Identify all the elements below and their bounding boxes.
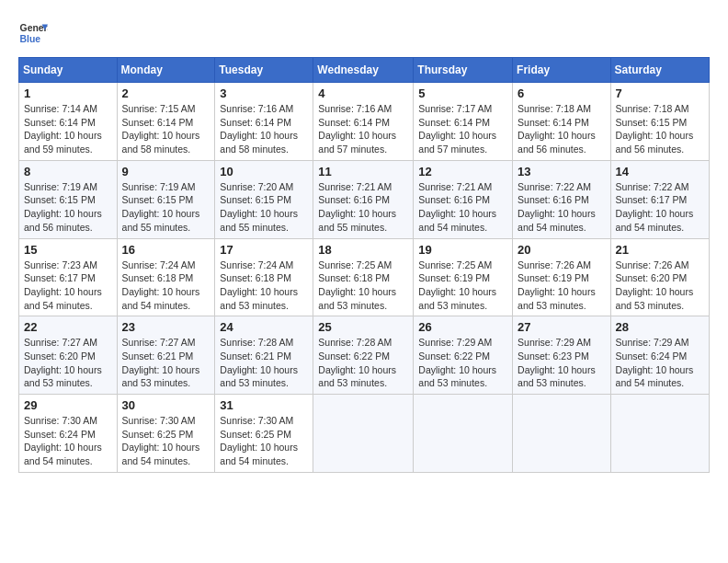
day-info: Sunrise: 7:17 AM Sunset: 6:14 PM Dayligh… [418, 102, 507, 156]
calendar-cell: 24Sunrise: 7:28 AM Sunset: 6:21 PM Dayli… [215, 316, 313, 395]
calendar-cell: 11Sunrise: 7:21 AM Sunset: 6:16 PM Dayli… [313, 160, 414, 238]
day-number: 27 [518, 320, 606, 334]
day-info: Sunrise: 7:30 AM Sunset: 6:25 PM Dayligh… [220, 414, 308, 468]
svg-text:Blue: Blue [20, 34, 41, 44]
day-info: Sunrise: 7:28 AM Sunset: 6:21 PM Dayligh… [220, 336, 308, 390]
day-number: 29 [24, 398, 112, 412]
calendar-cell: 22Sunrise: 7:27 AM Sunset: 6:20 PM Dayli… [19, 316, 118, 395]
day-info: Sunrise: 7:26 AM Sunset: 6:20 PM Dayligh… [616, 259, 704, 313]
day-info: Sunrise: 7:29 AM Sunset: 6:23 PM Dayligh… [518, 336, 606, 390]
day-info: Sunrise: 7:29 AM Sunset: 6:24 PM Dayligh… [616, 336, 704, 390]
day-number: 23 [122, 320, 210, 334]
calendar-cell: 14Sunrise: 7:22 AM Sunset: 6:17 PM Dayli… [610, 160, 709, 238]
day-info: Sunrise: 7:14 AM Sunset: 6:14 PM Dayligh… [24, 102, 112, 156]
day-number: 24 [220, 320, 308, 334]
calendar-cell: 13Sunrise: 7:22 AM Sunset: 6:16 PM Dayli… [513, 160, 611, 238]
calendar-cell: 18Sunrise: 7:25 AM Sunset: 6:18 PM Dayli… [313, 238, 414, 316]
calendar-cell: 23Sunrise: 7:27 AM Sunset: 6:21 PM Dayli… [117, 316, 215, 395]
calendar-day-header: Sunday [19, 58, 118, 83]
logo-icon: General Blue [18, 18, 48, 48]
day-info: Sunrise: 7:30 AM Sunset: 6:25 PM Dayligh… [122, 414, 210, 468]
calendar-table: SundayMondayTuesdayWednesdayThursdayFrid… [18, 57, 710, 473]
calendar-day-header: Friday [513, 58, 611, 83]
day-info: Sunrise: 7:24 AM Sunset: 6:18 PM Dayligh… [220, 259, 308, 313]
calendar-week-row: 8Sunrise: 7:19 AM Sunset: 6:15 PM Daylig… [19, 160, 710, 238]
calendar-cell: 26Sunrise: 7:29 AM Sunset: 6:22 PM Dayli… [414, 316, 513, 395]
calendar-cell: 30Sunrise: 7:30 AM Sunset: 6:25 PM Dayli… [117, 395, 215, 473]
day-number: 31 [220, 398, 308, 412]
calendar-day-header: Wednesday [313, 58, 414, 83]
calendar-cell: 27Sunrise: 7:29 AM Sunset: 6:23 PM Dayli… [513, 316, 611, 395]
day-number: 14 [616, 165, 704, 178]
day-number: 18 [318, 243, 408, 257]
day-info: Sunrise: 7:18 AM Sunset: 6:14 PM Dayligh… [518, 102, 606, 156]
day-number: 7 [616, 86, 704, 100]
day-number: 10 [220, 165, 308, 178]
day-info: Sunrise: 7:22 AM Sunset: 6:16 PM Dayligh… [518, 180, 606, 235]
calendar-day-header: Thursday [414, 58, 513, 83]
day-number: 17 [220, 243, 308, 257]
calendar-cell: 25Sunrise: 7:28 AM Sunset: 6:22 PM Dayli… [313, 316, 414, 395]
day-info: Sunrise: 7:30 AM Sunset: 6:24 PM Dayligh… [24, 414, 112, 468]
calendar-cell: 4Sunrise: 7:16 AM Sunset: 6:14 PM Daylig… [313, 83, 414, 161]
day-number: 16 [122, 243, 210, 257]
day-info: Sunrise: 7:28 AM Sunset: 6:22 PM Dayligh… [318, 336, 408, 390]
day-number: 2 [122, 86, 210, 100]
calendar-cell: 29Sunrise: 7:30 AM Sunset: 6:24 PM Dayli… [19, 395, 118, 473]
calendar-cell: 5Sunrise: 7:17 AM Sunset: 6:14 PM Daylig… [414, 83, 513, 161]
day-info: Sunrise: 7:27 AM Sunset: 6:20 PM Dayligh… [24, 336, 112, 390]
calendar-cell: 8Sunrise: 7:19 AM Sunset: 6:15 PM Daylig… [19, 160, 118, 238]
calendar-cell: 31Sunrise: 7:30 AM Sunset: 6:25 PM Dayli… [215, 395, 313, 473]
calendar-day-header: Monday [117, 58, 215, 83]
day-number: 6 [518, 86, 606, 100]
day-info: Sunrise: 7:16 AM Sunset: 6:14 PM Dayligh… [318, 102, 408, 156]
calendar-cell: 21Sunrise: 7:26 AM Sunset: 6:20 PM Dayli… [610, 238, 709, 316]
day-number: 19 [418, 243, 507, 257]
day-info: Sunrise: 7:25 AM Sunset: 6:18 PM Dayligh… [318, 259, 408, 313]
day-number: 13 [518, 165, 606, 178]
calendar-week-row: 22Sunrise: 7:27 AM Sunset: 6:20 PM Dayli… [19, 316, 710, 395]
day-info: Sunrise: 7:21 AM Sunset: 6:16 PM Dayligh… [318, 180, 408, 235]
calendar-cell: 15Sunrise: 7:23 AM Sunset: 6:17 PM Dayli… [19, 238, 118, 316]
calendar-cell [513, 395, 611, 473]
day-number: 28 [616, 320, 704, 334]
calendar-cell: 12Sunrise: 7:21 AM Sunset: 6:16 PM Dayli… [414, 160, 513, 238]
page-header: General Blue [18, 18, 710, 48]
day-number: 21 [616, 243, 704, 257]
day-info: Sunrise: 7:16 AM Sunset: 6:14 PM Dayligh… [220, 102, 308, 156]
calendar-cell: 3Sunrise: 7:16 AM Sunset: 6:14 PM Daylig… [215, 83, 313, 161]
calendar-cell: 28Sunrise: 7:29 AM Sunset: 6:24 PM Dayli… [610, 316, 709, 395]
day-number: 26 [418, 320, 507, 334]
day-number: 4 [318, 86, 408, 100]
day-number: 22 [24, 320, 112, 334]
day-number: 25 [318, 320, 408, 334]
day-info: Sunrise: 7:20 AM Sunset: 6:15 PM Dayligh… [220, 180, 308, 235]
day-info: Sunrise: 7:21 AM Sunset: 6:16 PM Dayligh… [418, 180, 507, 235]
day-number: 15 [24, 243, 112, 257]
logo: General Blue [18, 18, 48, 48]
day-info: Sunrise: 7:22 AM Sunset: 6:17 PM Dayligh… [616, 180, 704, 235]
day-number: 5 [418, 86, 507, 100]
calendar-cell: 20Sunrise: 7:26 AM Sunset: 6:19 PM Dayli… [513, 238, 611, 316]
day-number: 12 [418, 165, 507, 178]
calendar-cell: 17Sunrise: 7:24 AM Sunset: 6:18 PM Dayli… [215, 238, 313, 316]
calendar-day-header: Tuesday [215, 58, 313, 83]
day-info: Sunrise: 7:23 AM Sunset: 6:17 PM Dayligh… [24, 259, 112, 313]
calendar-day-header: Saturday [610, 58, 709, 83]
calendar-week-row: 29Sunrise: 7:30 AM Sunset: 6:24 PM Dayli… [19, 395, 710, 473]
calendar-cell: 16Sunrise: 7:24 AM Sunset: 6:18 PM Dayli… [117, 238, 215, 316]
day-info: Sunrise: 7:19 AM Sunset: 6:15 PM Dayligh… [122, 180, 210, 235]
day-info: Sunrise: 7:27 AM Sunset: 6:21 PM Dayligh… [122, 336, 210, 390]
day-info: Sunrise: 7:26 AM Sunset: 6:19 PM Dayligh… [518, 259, 606, 313]
calendar-cell: 6Sunrise: 7:18 AM Sunset: 6:14 PM Daylig… [513, 83, 611, 161]
calendar-cell: 7Sunrise: 7:18 AM Sunset: 6:15 PM Daylig… [610, 83, 709, 161]
calendar-header-row: SundayMondayTuesdayWednesdayThursdayFrid… [19, 58, 710, 83]
day-info: Sunrise: 7:19 AM Sunset: 6:15 PM Dayligh… [24, 180, 112, 235]
calendar-cell: 10Sunrise: 7:20 AM Sunset: 6:15 PM Dayli… [215, 160, 313, 238]
calendar-week-row: 1Sunrise: 7:14 AM Sunset: 6:14 PM Daylig… [19, 83, 710, 161]
day-info: Sunrise: 7:18 AM Sunset: 6:15 PM Dayligh… [616, 102, 704, 156]
calendar-cell: 2Sunrise: 7:15 AM Sunset: 6:14 PM Daylig… [117, 83, 215, 161]
day-info: Sunrise: 7:24 AM Sunset: 6:18 PM Dayligh… [122, 259, 210, 313]
calendar-cell [414, 395, 513, 473]
calendar-week-row: 15Sunrise: 7:23 AM Sunset: 6:17 PM Dayli… [19, 238, 710, 316]
